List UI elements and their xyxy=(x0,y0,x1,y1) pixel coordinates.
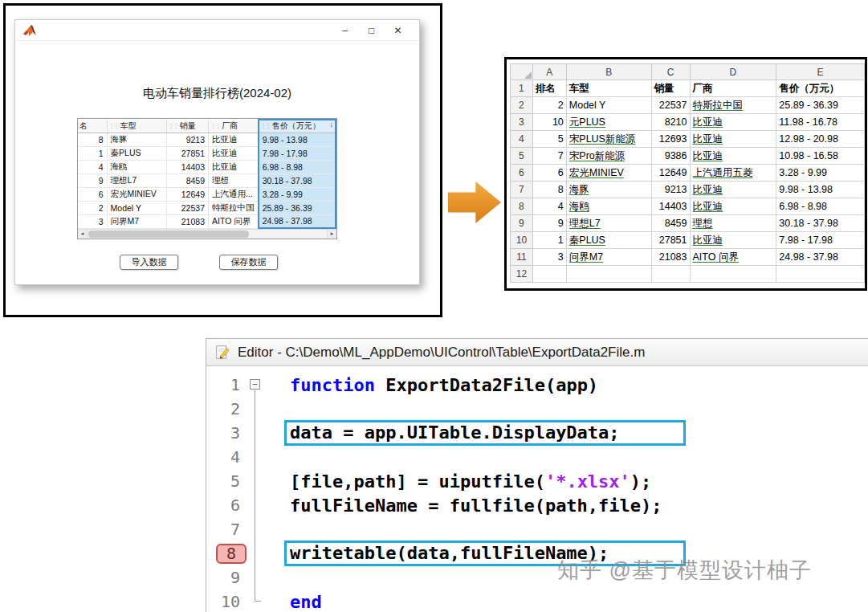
excel-cell[interactable]: 30.18 - 37.98 xyxy=(776,215,865,232)
excel-cell[interactable]: 售价（万元） xyxy=(776,80,865,97)
uitable-cell[interactable]: 6.98 - 8.98 xyxy=(259,160,336,173)
excel-cell[interactable]: 3.28 - 9.99 xyxy=(776,165,865,182)
line-number[interactable]: 4 xyxy=(206,447,247,467)
excel-cell[interactable]: 宋Pro新能源 xyxy=(566,148,651,165)
excel-cell[interactable]: 销量 xyxy=(651,80,690,97)
excel-cell[interactable]: 22537 xyxy=(651,97,690,114)
scrollbar-thumb[interactable] xyxy=(88,231,249,238)
excel-cell[interactable]: 7.98 - 17.98 xyxy=(776,232,865,249)
excel-column-header[interactable]: D xyxy=(690,64,776,80)
uitable-cell[interactable]: 8 xyxy=(78,133,107,146)
excel-cell[interactable]: 比亚迪 xyxy=(690,198,776,215)
uitable-column-header[interactable]: ⋮⋮销量 xyxy=(166,120,208,133)
excel-cell[interactable]: 12.98 - 20.98 xyxy=(776,131,865,148)
line-number[interactable]: 2 xyxy=(206,399,247,418)
uitable-cell[interactable]: Model Y xyxy=(107,201,166,214)
excel-cell[interactable]: 比亚迪 xyxy=(690,131,776,148)
excel-cell[interactable]: 2 xyxy=(532,97,566,114)
excel-row-header[interactable]: 12 xyxy=(511,266,533,283)
excel-column-header[interactable]: A xyxy=(532,64,566,80)
excel-cell[interactable]: 8210 xyxy=(651,114,690,131)
excel-cell[interactable]: 12649 xyxy=(651,165,690,182)
excel-cell[interactable]: 厂商 xyxy=(690,80,776,97)
excel-cell[interactable]: 理想 xyxy=(690,215,776,232)
excel-cell[interactable]: 9213 xyxy=(651,182,690,198)
excel-cell[interactable]: 比亚迪 xyxy=(690,232,776,249)
code-text[interactable]: [file,path] = uiputfile('*.xlsx'); xyxy=(290,471,651,492)
excel-cell[interactable]: 9 xyxy=(532,215,566,232)
excel-cell[interactable]: 4 xyxy=(532,198,566,215)
excel-column-header[interactable]: C xyxy=(651,64,690,80)
excel-cell[interactable]: AITO 问界 xyxy=(690,249,776,266)
excel-row-header[interactable]: 3 xyxy=(511,114,533,131)
line-number[interactable]: 3 xyxy=(206,423,247,443)
excel-cell[interactable]: 比亚迪 xyxy=(690,148,776,165)
close-button[interactable]: ✕ xyxy=(385,25,411,36)
excel-row-header[interactable]: 11 xyxy=(511,249,533,266)
excel-cell[interactable]: 3 xyxy=(532,249,566,266)
excel-cell[interactable]: 宏光MINIEV xyxy=(566,165,651,182)
excel-cell[interactable]: 21083 xyxy=(651,249,690,266)
uitable-cell[interactable]: 14403 xyxy=(166,160,208,173)
excel-cell[interactable]: 6 xyxy=(532,165,566,182)
excel-cell[interactable]: 秦PLUS xyxy=(566,232,651,249)
code-text[interactable]: end xyxy=(290,592,322,612)
uitable-cell[interactable]: 27851 xyxy=(166,146,208,160)
excel-cell[interactable]: 车型 xyxy=(566,80,651,97)
uitable-column-header[interactable]: ⋮⋮厂商 xyxy=(208,120,258,133)
excel-cell[interactable]: 排名 xyxy=(532,80,566,97)
excel-cell[interactable] xyxy=(651,266,690,283)
import-data-button[interactable]: 导入数据 xyxy=(120,255,178,270)
excel-row-header[interactable]: 6 xyxy=(511,165,533,182)
excel-cell[interactable]: 8 xyxy=(532,182,566,198)
uitable-column-header[interactable]: ⋮⋮车型 xyxy=(107,120,166,133)
uitable-cell[interactable]: 8459 xyxy=(166,173,208,187)
excel-cell[interactable]: 14403 xyxy=(651,198,690,215)
excel-cell[interactable]: 8459 xyxy=(651,215,690,232)
uitable-cell[interactable]: 9 xyxy=(78,173,107,187)
excel-cell[interactable]: 10.98 - 16.58 xyxy=(776,148,865,165)
excel-cell[interactable]: Model Y xyxy=(566,97,651,114)
fold-collapse-icon[interactable]: − xyxy=(250,379,260,390)
line-number[interactable]: 1 xyxy=(206,375,247,394)
uitable-cell[interactable]: 1 xyxy=(78,146,107,160)
uitable-column-header[interactable]: 名 xyxy=(78,120,107,133)
excel-row-header[interactable]: 1 xyxy=(511,80,533,97)
excel-cell[interactable]: 比亚迪 xyxy=(690,182,776,198)
uitable-cell[interactable]: 25.89 - 36.39 xyxy=(259,201,336,214)
excel-row-header[interactable]: 10 xyxy=(511,232,533,249)
scroll-right-icon[interactable]: ► xyxy=(327,230,336,239)
uitable-cell[interactable]: 海豚 xyxy=(107,133,166,146)
excel-cell[interactable] xyxy=(776,266,865,283)
excel-column-header[interactable]: E xyxy=(776,64,865,80)
excel-cell[interactable] xyxy=(690,266,776,283)
excel-row-header[interactable]: 7 xyxy=(511,182,533,198)
excel-cell[interactable]: 特斯拉中国 xyxy=(690,97,776,114)
excel-row-header[interactable]: 9 xyxy=(511,215,533,232)
code-text[interactable]: data = app.UITable.DisplayData; xyxy=(284,420,686,446)
uitable-cell[interactable]: 特斯拉中国 xyxy=(208,201,258,214)
uitable-cell[interactable]: 22537 xyxy=(166,201,208,214)
excel-cell[interactable]: 11.98 - 16.78 xyxy=(776,114,865,131)
uitable-cell[interactable]: 4 xyxy=(78,160,107,173)
excel-cell[interactable]: 7 xyxy=(532,148,566,165)
excel-cell[interactable]: 元PLUS xyxy=(566,114,651,131)
uitable-cell[interactable]: 海鸥 xyxy=(107,160,166,173)
uitable-cell[interactable]: 9213 xyxy=(166,133,208,146)
uitable-cell[interactable]: 比亚迪 xyxy=(208,146,258,160)
uitable-cell[interactable]: 比亚迪 xyxy=(208,160,258,173)
uitable-cell[interactable]: 2 xyxy=(78,201,107,214)
excel-cell[interactable]: 24.98 - 37.98 xyxy=(776,249,865,266)
excel-cell[interactable] xyxy=(532,266,566,283)
excel-row-header[interactable]: 4 xyxy=(511,131,533,148)
uitable-cell[interactable]: 宏光MINIEV xyxy=(107,187,166,201)
excel-row-header[interactable]: 8 xyxy=(511,198,533,215)
excel-cell[interactable]: 10 xyxy=(532,114,566,131)
excel-cell[interactable]: 27851 xyxy=(651,232,690,249)
line-number[interactable]: 8 xyxy=(216,544,247,564)
uitable-cell[interactable]: 9.98 - 13.98 xyxy=(259,133,336,146)
excel-cell[interactable]: 比亚迪 xyxy=(690,114,776,131)
code-text[interactable]: fullFileName = fullfile(path,file); xyxy=(290,496,662,516)
excel-cell[interactable]: 宋PLUS新能源 xyxy=(566,131,651,148)
uitable-cell[interactable]: AITO 问界 xyxy=(208,214,258,228)
